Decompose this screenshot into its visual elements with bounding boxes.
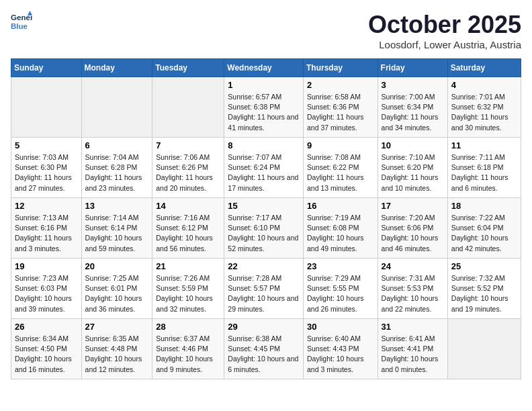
calendar-cell: 4Sunrise: 7:01 AMSunset: 6:32 PMDaylight… <box>447 77 521 138</box>
calendar-cell: 20Sunrise: 7:25 AMSunset: 6:01 PMDayligh… <box>81 259 152 319</box>
calendar-header: SundayMondayTuesdayWednesdayThursdayFrid… <box>11 59 521 77</box>
day-number: 1 <box>228 80 300 90</box>
calendar-week-row: 1Sunrise: 6:57 AMSunset: 6:38 PMDaylight… <box>11 77 521 138</box>
day-number: 16 <box>307 201 374 211</box>
day-number: 2 <box>307 80 374 90</box>
logo: General Blue <box>11 11 35 32</box>
calendar-cell: 13Sunrise: 7:14 AMSunset: 6:14 PMDayligh… <box>81 198 152 259</box>
weekday-header: Sunday <box>11 59 82 77</box>
day-number: 8 <box>228 140 300 150</box>
day-info: Sunrise: 7:17 AMSunset: 6:10 PMDaylight:… <box>228 213 300 254</box>
calendar-cell: 2Sunrise: 6:58 AMSunset: 6:36 PMDaylight… <box>303 77 378 138</box>
day-info: Sunrise: 6:40 AMSunset: 4:43 PMDaylight:… <box>307 334 374 375</box>
calendar-cell: 31Sunrise: 6:41 AMSunset: 4:41 PMDayligh… <box>378 319 447 379</box>
day-info: Sunrise: 7:13 AMSunset: 6:16 PMDaylight:… <box>15 213 78 254</box>
day-info: Sunrise: 6:58 AMSunset: 6:36 PMDaylight:… <box>307 92 374 133</box>
calendar-cell: 23Sunrise: 7:29 AMSunset: 5:55 PMDayligh… <box>303 259 378 319</box>
calendar-cell: 28Sunrise: 6:37 AMSunset: 4:46 PMDayligh… <box>152 319 224 379</box>
day-info: Sunrise: 7:10 AMSunset: 6:20 PMDaylight:… <box>382 152 444 193</box>
day-info: Sunrise: 7:29 AMSunset: 5:55 PMDaylight:… <box>307 273 374 314</box>
day-number: 22 <box>228 261 300 271</box>
day-info: Sunrise: 6:34 AMSunset: 4:50 PMDaylight:… <box>15 334 78 375</box>
calendar-cell: 16Sunrise: 7:19 AMSunset: 6:08 PMDayligh… <box>303 198 378 259</box>
calendar-cell: 1Sunrise: 6:57 AMSunset: 6:38 PMDaylight… <box>224 77 304 138</box>
weekday-header: Friday <box>378 59 447 77</box>
day-number: 13 <box>85 201 149 211</box>
day-info: Sunrise: 7:25 AMSunset: 6:01 PMDaylight:… <box>85 273 149 314</box>
calendar-cell: 29Sunrise: 6:38 AMSunset: 4:45 PMDayligh… <box>224 319 304 379</box>
weekday-header: Saturday <box>447 59 521 77</box>
day-number: 11 <box>451 140 517 150</box>
location-text: Loosdorf, Lower Austria, Austria <box>368 39 521 50</box>
calendar-cell: 19Sunrise: 7:23 AMSunset: 6:03 PMDayligh… <box>11 259 82 319</box>
month-title: October 2025 <box>368 11 521 39</box>
day-info: Sunrise: 7:22 AMSunset: 6:04 PMDaylight:… <box>451 213 517 254</box>
calendar-cell: 8Sunrise: 7:07 AMSunset: 6:24 PMDaylight… <box>224 138 304 198</box>
day-info: Sunrise: 7:32 AMSunset: 5:52 PMDaylight:… <box>451 273 517 314</box>
day-number: 15 <box>228 201 300 211</box>
calendar-cell: 5Sunrise: 7:03 AMSunset: 6:30 PMDaylight… <box>11 138 82 198</box>
day-number: 7 <box>156 140 220 150</box>
logo-icon: General Blue <box>11 11 32 32</box>
day-number: 24 <box>382 261 444 271</box>
day-info: Sunrise: 7:08 AMSunset: 6:22 PMDaylight:… <box>307 152 374 193</box>
weekday-header: Tuesday <box>152 59 224 77</box>
day-number: 28 <box>156 322 220 332</box>
calendar-week-row: 5Sunrise: 7:03 AMSunset: 6:30 PMDaylight… <box>11 138 521 198</box>
calendar-cell <box>152 77 224 138</box>
calendar-cell: 7Sunrise: 7:06 AMSunset: 6:26 PMDaylight… <box>152 138 224 198</box>
day-number: 4 <box>451 80 517 90</box>
calendar-week-row: 12Sunrise: 7:13 AMSunset: 6:16 PMDayligh… <box>11 198 521 259</box>
day-info: Sunrise: 6:41 AMSunset: 4:41 PMDaylight:… <box>382 334 444 375</box>
calendar-cell: 14Sunrise: 7:16 AMSunset: 6:12 PMDayligh… <box>152 198 224 259</box>
day-number: 19 <box>15 261 78 271</box>
calendar-cell: 26Sunrise: 6:34 AMSunset: 4:50 PMDayligh… <box>11 319 82 379</box>
day-info: Sunrise: 7:04 AMSunset: 6:28 PMDaylight:… <box>85 152 149 193</box>
day-info: Sunrise: 6:37 AMSunset: 4:46 PMDaylight:… <box>156 334 220 375</box>
day-number: 25 <box>451 261 517 271</box>
day-info: Sunrise: 7:19 AMSunset: 6:08 PMDaylight:… <box>307 213 374 254</box>
day-info: Sunrise: 7:07 AMSunset: 6:24 PMDaylight:… <box>228 152 300 193</box>
weekday-row: SundayMondayTuesdayWednesdayThursdayFrid… <box>11 59 521 77</box>
calendar-cell: 24Sunrise: 7:31 AMSunset: 5:53 PMDayligh… <box>378 259 447 319</box>
day-number: 21 <box>156 261 220 271</box>
day-number: 14 <box>156 201 220 211</box>
calendar-week-row: 19Sunrise: 7:23 AMSunset: 6:03 PMDayligh… <box>11 259 521 319</box>
calendar-cell <box>81 77 152 138</box>
calendar-cell: 9Sunrise: 7:08 AMSunset: 6:22 PMDaylight… <box>303 138 378 198</box>
page-header: General Blue October 2025 Loosdorf, Lowe… <box>11 11 521 50</box>
calendar-body: 1Sunrise: 6:57 AMSunset: 6:38 PMDaylight… <box>11 77 521 379</box>
day-number: 31 <box>382 322 444 332</box>
day-number: 26 <box>15 322 78 332</box>
calendar-cell: 30Sunrise: 6:40 AMSunset: 4:43 PMDayligh… <box>303 319 378 379</box>
day-number: 23 <box>307 261 374 271</box>
day-number: 6 <box>85 140 149 150</box>
day-number: 17 <box>382 201 444 211</box>
day-number: 30 <box>307 322 374 332</box>
calendar-cell: 18Sunrise: 7:22 AMSunset: 6:04 PMDayligh… <box>447 198 521 259</box>
day-number: 5 <box>15 140 78 150</box>
calendar-cell: 6Sunrise: 7:04 AMSunset: 6:28 PMDaylight… <box>81 138 152 198</box>
day-number: 29 <box>228 322 300 332</box>
day-info: Sunrise: 7:16 AMSunset: 6:12 PMDaylight:… <box>156 213 220 254</box>
calendar-cell <box>447 319 521 379</box>
day-info: Sunrise: 7:00 AMSunset: 6:34 PMDaylight:… <box>382 92 444 133</box>
calendar-cell: 11Sunrise: 7:11 AMSunset: 6:18 PMDayligh… <box>447 138 521 198</box>
day-info: Sunrise: 7:20 AMSunset: 6:06 PMDaylight:… <box>382 213 444 254</box>
day-number: 9 <box>307 140 374 150</box>
day-info: Sunrise: 7:01 AMSunset: 6:32 PMDaylight:… <box>451 92 517 133</box>
weekday-header: Monday <box>81 59 152 77</box>
title-block: October 2025 Loosdorf, Lower Austria, Au… <box>368 11 521 50</box>
day-number: 3 <box>382 80 444 90</box>
day-number: 20 <box>85 261 149 271</box>
day-number: 18 <box>451 201 517 211</box>
calendar-cell: 17Sunrise: 7:20 AMSunset: 6:06 PMDayligh… <box>378 198 447 259</box>
day-info: Sunrise: 7:11 AMSunset: 6:18 PMDaylight:… <box>451 152 517 193</box>
day-number: 12 <box>15 201 78 211</box>
calendar-cell: 15Sunrise: 7:17 AMSunset: 6:10 PMDayligh… <box>224 198 304 259</box>
day-info: Sunrise: 7:03 AMSunset: 6:30 PMDaylight:… <box>15 152 78 193</box>
calendar-cell: 10Sunrise: 7:10 AMSunset: 6:20 PMDayligh… <box>378 138 447 198</box>
calendar-cell: 25Sunrise: 7:32 AMSunset: 5:52 PMDayligh… <box>447 259 521 319</box>
weekday-header: Thursday <box>303 59 378 77</box>
calendar-table: SundayMondayTuesdayWednesdayThursdayFrid… <box>11 58 521 379</box>
